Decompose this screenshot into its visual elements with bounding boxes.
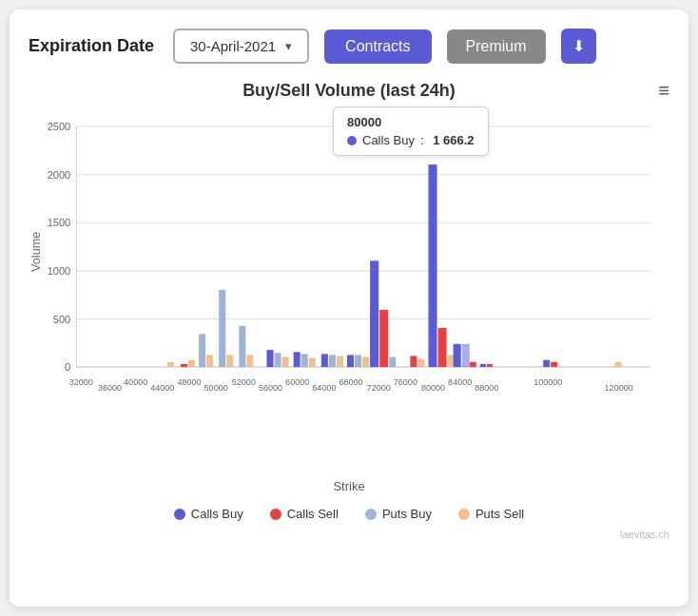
svg-rect-59	[417, 359, 424, 367]
svg-text:120000: 120000	[605, 383, 633, 393]
svg-rect-55	[370, 309, 378, 367]
legend-item-puts-sell: Puts Sell	[458, 507, 524, 521]
calls-sell-label: Calls Sell	[287, 507, 339, 521]
svg-rect-48	[321, 354, 328, 367]
svg-rect-61	[438, 328, 447, 367]
svg-rect-63	[454, 344, 461, 367]
svg-rect-40	[239, 326, 245, 367]
svg-rect-42	[266, 350, 273, 367]
svg-text:88000: 88000	[475, 383, 498, 393]
svg-text:100000: 100000	[533, 377, 562, 387]
legend-item-puts-buy: Puts Buy	[365, 507, 432, 521]
svg-text:72000: 72000	[367, 383, 391, 393]
puts-buy-dot	[365, 509, 377, 520]
chart-title-row: Buy/Sell Volume (last 24h) ≡	[29, 81, 669, 101]
svg-text:1000: 1000	[48, 265, 71, 277]
svg-text:52000: 52000	[232, 377, 256, 387]
svg-rect-56	[379, 310, 388, 367]
svg-rect-38	[219, 290, 225, 367]
svg-rect-53	[362, 357, 369, 368]
svg-rect-46	[301, 354, 308, 367]
svg-rect-65	[470, 362, 476, 367]
date-dropdown[interactable]: 30-April-2021 ▾	[173, 29, 309, 64]
svg-rect-67	[487, 364, 493, 367]
main-card: Expiration Date 30-April-2021 ▾ Contract…	[10, 10, 688, 606]
svg-text:76000: 76000	[394, 377, 417, 387]
svg-text:40000: 40000	[124, 377, 147, 387]
svg-rect-33	[167, 362, 174, 367]
expiration-label: Expiration Date	[29, 36, 154, 56]
puts-sell-dot	[458, 509, 470, 520]
svg-rect-34	[181, 364, 187, 367]
header: Expiration Date 30-April-2021 ▾ Contract…	[29, 29, 669, 64]
legend: Calls Buy Calls Sell Puts Buy Puts Sell	[29, 507, 669, 521]
legend-item-calls-sell: Calls Sell	[270, 507, 339, 521]
svg-rect-58	[410, 356, 417, 367]
svg-rect-49	[329, 355, 336, 367]
svg-text:500: 500	[53, 313, 70, 324]
svg-rect-69	[551, 362, 557, 367]
svg-rect-70	[615, 362, 622, 367]
chart-area: 80000 Calls Buy: 1 666.2 2500 2000 1500 …	[29, 106, 669, 477]
puts-sell-label: Puts Sell	[475, 507, 524, 521]
hamburger-icon[interactable]: ≡	[658, 80, 669, 102]
download-button[interactable]: ⬇	[561, 29, 596, 64]
svg-rect-43	[275, 353, 281, 367]
svg-text:48000: 48000	[177, 377, 201, 387]
svg-text:Volume: Volume	[29, 232, 43, 272]
svg-rect-37	[206, 355, 213, 367]
svg-rect-64	[462, 344, 470, 367]
svg-rect-60	[428, 164, 436, 367]
svg-text:2000: 2000	[48, 169, 71, 181]
svg-rect-52	[355, 355, 361, 367]
premium-button[interactable]: Premium	[447, 29, 546, 64]
legend-item-calls-buy: Calls Buy	[174, 507, 243, 521]
svg-text:56000: 56000	[259, 383, 282, 393]
svg-rect-45	[294, 352, 301, 367]
calls-sell-dot	[270, 509, 281, 520]
svg-text:44000: 44000	[150, 383, 174, 393]
svg-rect-44	[282, 357, 289, 368]
svg-text:60000: 60000	[285, 377, 309, 387]
svg-rect-51	[347, 355, 354, 367]
svg-rect-57	[389, 357, 396, 368]
svg-rect-68	[543, 360, 550, 367]
svg-rect-50	[337, 356, 343, 367]
svg-rect-36	[199, 334, 205, 367]
svg-text:80000: 80000	[421, 383, 445, 393]
svg-rect-62	[448, 355, 455, 367]
svg-rect-47	[309, 358, 316, 367]
svg-text:2500: 2500	[48, 121, 71, 132]
chart-svg: 2500 2000 1500 1000 500 0 Volume 32000 3…	[29, 106, 669, 477]
x-axis-label: Strike	[29, 479, 669, 493]
svg-rect-41	[246, 355, 253, 367]
svg-text:68000: 68000	[339, 377, 362, 387]
svg-rect-35	[188, 360, 195, 367]
date-value: 30-April-2021	[190, 38, 276, 54]
svg-text:50000: 50000	[204, 383, 228, 393]
svg-rect-66	[480, 364, 486, 367]
svg-text:32000: 32000	[69, 377, 93, 387]
svg-text:0: 0	[65, 361, 70, 373]
chevron-down-icon: ▾	[285, 39, 292, 53]
watermark: laevitas.ch	[29, 529, 669, 540]
chart-title: Buy/Sell Volume (last 24h)	[242, 81, 456, 101]
calls-buy-dot	[174, 509, 185, 520]
svg-text:64000: 64000	[312, 383, 336, 393]
puts-buy-label: Puts Buy	[382, 507, 432, 521]
svg-text:1500: 1500	[48, 217, 71, 228]
svg-text:84000: 84000	[448, 377, 472, 387]
calls-buy-label: Calls Buy	[191, 507, 243, 521]
contracts-button[interactable]: Contracts	[324, 29, 431, 64]
svg-rect-39	[226, 355, 233, 367]
svg-text:36000: 36000	[98, 383, 122, 393]
